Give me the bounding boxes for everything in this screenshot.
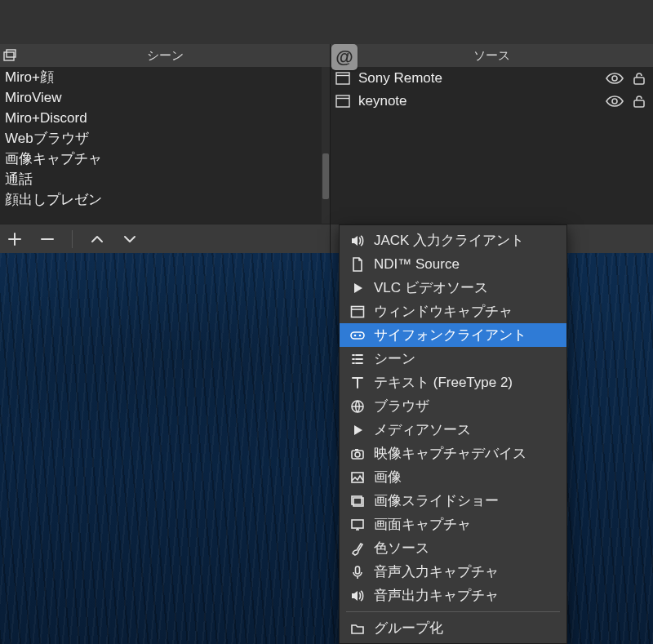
menu-item-label: メディアソース <box>374 420 471 439</box>
speaker-icon <box>349 233 366 248</box>
visibility-toggle[interactable] <box>606 95 624 108</box>
move-scene-up-button[interactable] <box>87 229 107 249</box>
menu-item[interactable]: 音声出力キャプチャ <box>340 584 566 607</box>
menu-item[interactable]: シーン <box>340 347 566 371</box>
play-icon <box>349 281 366 295</box>
menu-item-label: JACK 入力クライアント <box>374 231 524 250</box>
play-icon <box>349 423 366 437</box>
menu-item[interactable]: 画像スライドショー <box>340 489 566 513</box>
scrollbar-thumb[interactable] <box>322 153 329 199</box>
window-icon <box>335 95 352 108</box>
menu-item-label: 音声出力キャプチャ <box>374 586 499 605</box>
menu-item-label: ウィンドウキャプチャ <box>374 302 513 321</box>
scenes-panel: シーン Miro+顔 MiroView Miro+Discord Webブラウザ… <box>0 44 331 253</box>
scenes-list[interactable]: Miro+顔 MiroView Miro+Discord Webブラウザ 画像キ… <box>0 67 330 224</box>
menu-item[interactable]: 色ソース <box>340 536 566 560</box>
source-name: keynote <box>358 93 599 109</box>
floating-at-tile[interactable]: @ <box>331 44 358 70</box>
sources-header[interactable]: ソース <box>331 44 653 67</box>
monitor-icon <box>349 517 366 532</box>
mic-icon <box>349 565 366 580</box>
menu-item-label: テキスト (FreeType 2) <box>374 373 513 392</box>
menu-item[interactable]: 音声入力キャプチャ <box>340 560 566 584</box>
folder-icon <box>349 621 366 636</box>
svg-point-13 <box>354 334 357 336</box>
add-source-menu[interactable]: JACK 入力クライアントNDI™ SourceVLC ビデオソースウィンドウキ… <box>339 224 567 644</box>
menu-item-label: サイフォンクライアント <box>374 326 526 344</box>
globe-icon <box>349 399 366 414</box>
svg-point-14 <box>359 334 362 336</box>
scene-item[interactable]: MiroView <box>0 87 330 108</box>
scene-item[interactable]: Webブラウザ <box>0 128 330 149</box>
menu-item-label: VLC ビデオソース <box>374 278 488 297</box>
source-name: Sony Remote <box>358 70 599 87</box>
scenes-toolbar <box>0 224 330 253</box>
menu-item[interactable]: 画面キャプチャ <box>340 513 566 536</box>
svg-rect-2 <box>336 73 349 84</box>
menu-item-label: 画面キャプチャ <box>374 515 471 534</box>
game-icon <box>349 328 366 343</box>
scene-item[interactable]: Miro+顔 <box>0 67 330 87</box>
menu-item-label: 映像キャプチャデバイス <box>374 444 526 463</box>
sources-panel: ソース Sony Remote <box>331 44 653 253</box>
svg-rect-9 <box>634 100 644 107</box>
brush-icon <box>349 541 366 556</box>
app-shell: シーン Miro+顔 MiroView Miro+Discord Webブラウザ… <box>0 0 653 253</box>
scene-item[interactable]: 通話 <box>0 169 330 189</box>
svg-rect-10 <box>352 306 364 317</box>
sources-title: ソース <box>331 48 653 64</box>
at-glyph: @ <box>335 47 353 68</box>
move-scene-down-button[interactable] <box>120 229 140 249</box>
menu-item[interactable]: NDI™ Source <box>340 252 566 276</box>
top-strip <box>0 0 653 44</box>
scene-item[interactable]: 顔出しプレゼン <box>0 189 330 210</box>
slides-icon <box>349 494 366 509</box>
svg-rect-5 <box>634 78 644 84</box>
menu-item-group[interactable]: グループ化 <box>340 616 566 640</box>
menu-item[interactable]: メディアソース <box>340 418 566 442</box>
svg-rect-23 <box>356 566 360 574</box>
menu-item-label: 画像 <box>374 468 402 486</box>
camera-icon <box>349 446 366 461</box>
visibility-toggle[interactable] <box>606 72 624 85</box>
menu-item[interactable]: ブラウザ <box>340 394 566 418</box>
menu-item[interactable]: VLC ビデオソース <box>340 276 566 300</box>
scene-item[interactable]: 画像キャプチャ <box>0 149 330 169</box>
list-icon <box>349 352 366 366</box>
lock-toggle[interactable] <box>630 94 648 109</box>
source-item[interactable]: Sony Remote <box>331 67 653 90</box>
sources-list[interactable]: Sony Remote keynote <box>331 67 653 224</box>
menu-item[interactable]: 画像 <box>340 465 566 489</box>
add-scene-button[interactable] <box>5 229 24 249</box>
text-icon <box>349 375 366 390</box>
image-icon <box>349 470 366 485</box>
window-icon <box>335 72 352 85</box>
menu-item[interactable]: 映像キャプチャデバイス <box>340 442 566 465</box>
scrollbar[interactable] <box>322 67 330 224</box>
menu-item-label: 画像スライドショー <box>374 491 499 510</box>
remove-scene-button[interactable] <box>38 229 57 249</box>
menu-separator <box>346 611 560 612</box>
menu-item[interactable]: JACK 入力クライアント <box>340 229 566 252</box>
lock-toggle[interactable] <box>630 71 648 86</box>
menu-item[interactable]: テキスト (FreeType 2) <box>340 371 566 394</box>
menu-item-label: 色ソース <box>374 539 429 557</box>
toolbar-separator <box>72 230 73 248</box>
menu-item-label: シーン <box>374 349 415 368</box>
doc-icon <box>349 257 366 272</box>
svg-point-4 <box>612 76 617 81</box>
svg-rect-22 <box>352 520 363 528</box>
source-item[interactable]: keynote <box>331 90 653 113</box>
speaker-icon <box>349 588 366 603</box>
menu-item-label: グループ化 <box>374 619 443 637</box>
menu-item-label: NDI™ Source <box>374 256 460 273</box>
menu-item-label: ブラウザ <box>374 397 429 415</box>
scene-item[interactable]: Miro+Discord <box>0 108 330 128</box>
svg-point-17 <box>355 452 360 457</box>
menu-item[interactable]: ウィンドウキャプチャ <box>340 300 566 323</box>
menu-item[interactable]: サイフォンクライアント <box>340 323 566 347</box>
svg-rect-12 <box>351 332 364 339</box>
scenes-title: シーン <box>0 48 330 64</box>
svg-rect-18 <box>355 449 358 451</box>
scenes-header[interactable]: シーン <box>0 44 330 67</box>
